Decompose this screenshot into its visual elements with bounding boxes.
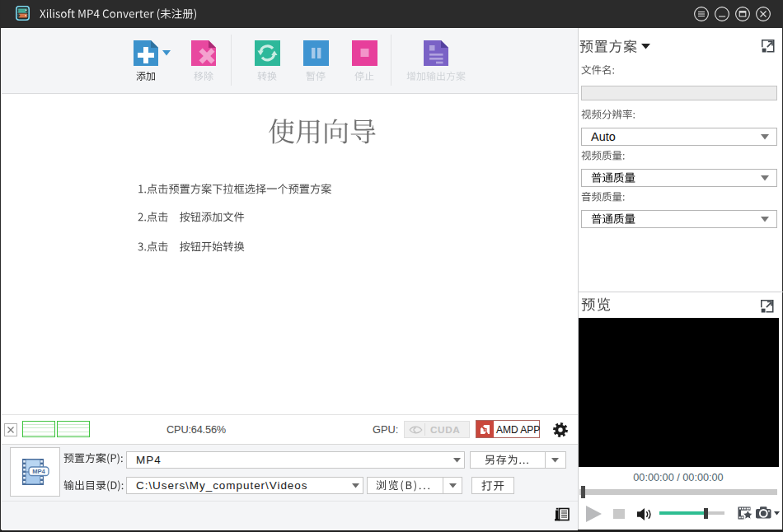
svg-text:MP4: MP4 — [32, 468, 45, 475]
